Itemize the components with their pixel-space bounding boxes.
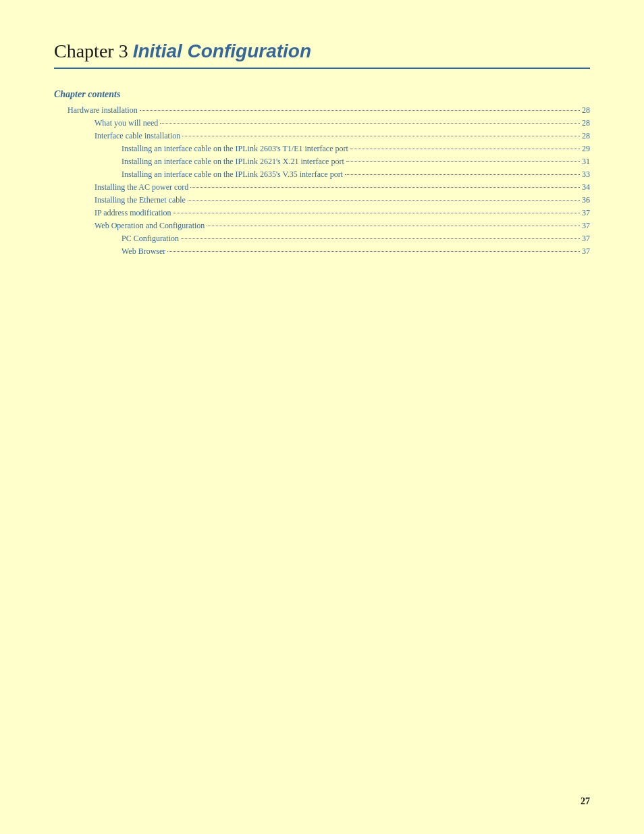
toc-item-web-browser[interactable]: Web Browser37 (54, 246, 590, 257)
toc-label: Installing an interface cable on the IPL… (122, 157, 344, 167)
toc-page: 31 (582, 157, 590, 167)
toc-page: 33 (582, 170, 590, 180)
toc-item-hardware-installation[interactable]: Hardware installation28 (54, 105, 590, 115)
toc-item-installing-v35[interactable]: Installing an interface cable on the IPL… (54, 170, 590, 180)
toc-label: Hardware installation (68, 105, 138, 115)
toc-item-ip-address-modification[interactable]: IP address modification37 (54, 208, 590, 218)
toc-dots (346, 161, 580, 162)
toc-entries: Hardware installation28What you will nee… (54, 105, 590, 257)
toc-item-installing-t1e1[interactable]: Installing an interface cable on the IPL… (54, 144, 590, 154)
toc-dots (190, 187, 580, 188)
toc-dots (160, 123, 580, 124)
toc-item-web-operation[interactable]: Web Operation and Configuration37 (54, 221, 590, 231)
toc-page: 34 (582, 182, 590, 192)
toc-label: Installing the Ethernet cable (95, 195, 186, 205)
toc-label: What you will need (95, 118, 158, 128)
toc-item-installing-ethernet[interactable]: Installing the Ethernet cable36 (54, 195, 590, 205)
toc-dots (167, 251, 580, 252)
toc-label: Installing the AC power cord (95, 182, 188, 192)
toc-dots (140, 110, 580, 111)
toc-dots (345, 174, 580, 175)
toc-item-what-you-will-need[interactable]: What you will need28 (54, 118, 590, 128)
chapter-contents-heading: Chapter contents (54, 89, 590, 100)
page-number: 27 (581, 796, 590, 807)
toc-page: 29 (582, 144, 590, 154)
toc-container: Chapter contents Hardware installation28… (54, 89, 590, 257)
toc-dots (350, 149, 580, 149)
toc-page: 37 (582, 221, 590, 231)
toc-dots (188, 200, 580, 201)
toc-page: 37 (582, 246, 590, 257)
toc-label: Installing an interface cable on the IPL… (122, 144, 348, 154)
chapter-heading: Chapter 3 Initial Configuration (54, 41, 590, 69)
toc-item-installing-ac-power[interactable]: Installing the AC power cord34 (54, 182, 590, 192)
toc-item-installing-x21[interactable]: Installing an interface cable on the IPL… (54, 157, 590, 167)
toc-item-interface-cable-installation[interactable]: Interface cable installation28 (54, 131, 590, 141)
toc-dots (173, 213, 580, 213)
toc-page: 37 (582, 208, 590, 218)
toc-page: 28 (582, 105, 590, 115)
toc-label: Web Operation and Configuration (95, 221, 205, 231)
toc-page: 36 (582, 195, 590, 205)
toc-label: Interface cable installation (95, 131, 180, 141)
toc-dots (207, 226, 580, 226)
page-container: Chapter 3 Initial Configuration Chapter … (0, 0, 644, 834)
toc-page: 37 (582, 234, 590, 244)
chapter-title: Chapter 3 Initial Configuration (54, 41, 590, 62)
toc-dots (181, 238, 580, 239)
chapter-prefix: Chapter 3 (54, 41, 133, 61)
toc-dots (182, 136, 580, 136)
toc-label: Installing an interface cable on the IPL… (122, 170, 343, 180)
chapter-title-bold: Initial Configuration (133, 41, 311, 61)
toc-page: 28 (582, 118, 590, 128)
toc-label: PC Configuration (122, 234, 179, 244)
toc-label: Web Browser (122, 246, 165, 257)
toc-label: IP address modification (95, 208, 171, 218)
toc-page: 28 (582, 131, 590, 141)
toc-item-pc-configuration[interactable]: PC Configuration37 (54, 234, 590, 244)
